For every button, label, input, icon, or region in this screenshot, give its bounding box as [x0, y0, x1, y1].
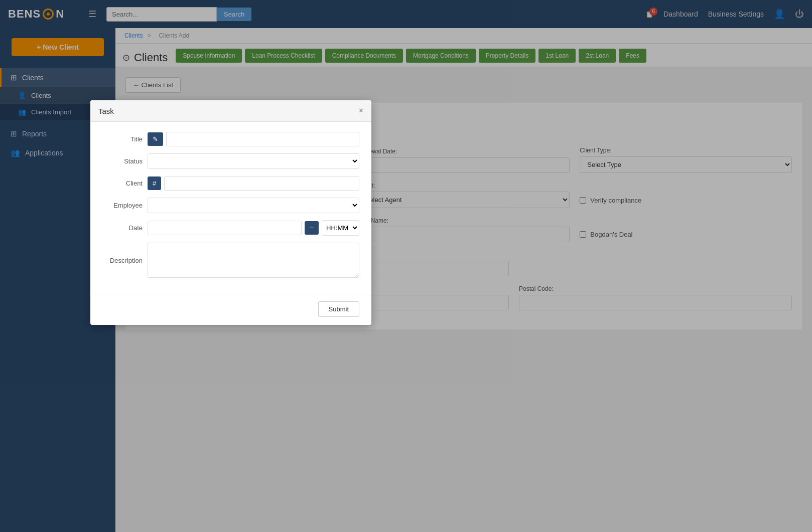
task-status-row: Status: [102, 153, 359, 169]
task-client-row: Client #: [102, 176, 359, 191]
task-modal-footer: Submit: [90, 295, 371, 325]
task-modal-body: Title ✎ Status Client #: [90, 122, 371, 295]
task-client-input[interactable]: [164, 176, 359, 191]
task-description-label: Description: [102, 257, 143, 264]
task-description-control: [148, 243, 359, 278]
task-employee-control: [148, 198, 359, 213]
task-client-control: #: [148, 176, 359, 191]
task-date-control: − HH:MM: [148, 220, 359, 236]
task-client-label: Client: [102, 180, 143, 187]
task-employee-select[interactable]: [148, 198, 359, 213]
task-description-textarea[interactable]: [148, 243, 359, 278]
task-description-row: Description: [102, 243, 359, 278]
task-modal-title: Task: [98, 107, 114, 115]
task-title-input[interactable]: [166, 132, 359, 146]
task-date-row: Date − HH:MM: [102, 220, 359, 236]
task-employee-label: Employee: [102, 202, 143, 209]
task-edit-button[interactable]: ✎: [148, 132, 163, 146]
task-status-label: Status: [102, 157, 143, 165]
task-employee-row: Employee: [102, 198, 359, 213]
task-submit-button[interactable]: Submit: [318, 301, 359, 317]
task-status-control: [148, 153, 359, 169]
task-hash-button[interactable]: #: [148, 176, 161, 190]
modal-overlay[interactable]: Task × Title ✎ Status: [0, 0, 812, 532]
task-modal: Task × Title ✎ Status: [90, 100, 371, 325]
task-time-select[interactable]: HH:MM: [322, 220, 359, 236]
task-modal-header: Task ×: [90, 100, 371, 122]
task-modal-close-button[interactable]: ×: [359, 106, 363, 115]
task-title-row: Title ✎: [102, 132, 359, 146]
task-title-label: Title: [102, 135, 143, 143]
task-title-control: ✎: [148, 132, 359, 146]
task-date-input[interactable]: [148, 221, 302, 235]
task-date-label: Date: [102, 224, 143, 232]
task-status-select[interactable]: [148, 153, 359, 169]
task-minus-button[interactable]: −: [305, 221, 319, 235]
